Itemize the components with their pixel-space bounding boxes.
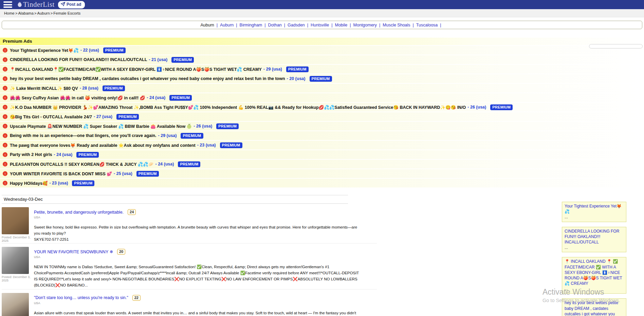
breadcrumb-city[interactable]: Auburn bbox=[37, 11, 50, 15]
site-logo[interactable]: TinderList bbox=[17, 0, 55, 9]
premium-ad-row[interactable]: ↑Happy HOlidays🥰- 23 (usa)PREMIUM bbox=[0, 179, 644, 187]
age-badge: 20 bbox=[117, 249, 125, 255]
premium-ad-row[interactable]: ↑Your Tightest Experience Yet🦊💦- 22 (usa… bbox=[0, 46, 644, 55]
up-arrow-icon: ↑ bbox=[3, 114, 7, 119]
premium-ad-title[interactable]: Being with me is an experience—one that … bbox=[10, 133, 157, 138]
premium-ad-title[interactable]: hey its your best wettes petite baby DRE… bbox=[10, 76, 285, 81]
premium-ad-row[interactable]: ↑PLEASANTON OUTCALLS !! SEXY KOREAN💋 THI… bbox=[0, 160, 644, 169]
premium-ad-row[interactable]: ↑The pawg that everyone loves🦊 Ready and… bbox=[0, 141, 644, 150]
listing-country: USA bbox=[34, 255, 377, 259]
city-separator: | bbox=[440, 23, 441, 27]
premium-badge: PREMIUM bbox=[72, 180, 94, 186]
listing-title-link[interactable]: YOUR NEW FAVORITE SNOWBUNNY ❄ bbox=[34, 249, 113, 254]
breadcrumb-home[interactable]: Home bbox=[4, 11, 15, 15]
premium-ad-title[interactable]: The pawg that everyone loves🦊 Ready and … bbox=[10, 143, 196, 148]
premium-badge: PREMIUM bbox=[220, 142, 242, 148]
premium-ad-age: - 25 (usa) bbox=[114, 171, 132, 176]
premium-ad-row[interactable]: ↑📍INCALL OAKLAND📍✅FACETIME/CAR✅WITH A SE… bbox=[0, 65, 644, 74]
premium-badge: PREMIUM bbox=[169, 95, 192, 101]
sidebar-ad-box[interactable]: CINDERELLA LOOKING FOR FUN!!! OAKLAND!!!… bbox=[562, 227, 626, 253]
premium-ad-row[interactable]: ↑YOUR WINTER FAVORITE IS BACK DONT MISS … bbox=[0, 169, 644, 178]
premium-ad-title[interactable]: CINDERELLA LOOKING FOR FUN!!! OAKLAND!!!… bbox=[10, 57, 147, 62]
date-header: Wednesday-03-Dec bbox=[2, 195, 348, 204]
top-header-bar: TinderList Post ad bbox=[0, 0, 644, 9]
listing-country: USA bbox=[34, 301, 377, 305]
city-link-gadsden[interactable]: Gadsden bbox=[288, 23, 305, 27]
premium-ad-row[interactable]: ↑🌺🌺 Sexy CuRvy Asian 🌺🌺 in call 🍑 visiti… bbox=[0, 93, 644, 102]
city-link-birmingham[interactable]: Birmingham bbox=[240, 23, 262, 27]
up-arrow-icon: ↑ bbox=[3, 57, 7, 62]
listing-row[interactable]: Posted: December 3, 2025 "Don't stare to… bbox=[2, 290, 377, 316]
breadcrumb-separator: > bbox=[51, 11, 53, 15]
post-ad-button[interactable]: Post ad bbox=[58, 1, 85, 8]
premium-ad-title[interactable]: PLEASANTON OUTCALLS !! SEXY KOREAN💋 THIC… bbox=[10, 162, 154, 167]
premium-badge: PREMIUM bbox=[103, 47, 126, 53]
premium-badge: PREMIUM bbox=[490, 104, 513, 110]
premium-ad-title[interactable]: ✨K.O Daa NUMBER 👑 PROVIDER 💃✨💕AMAZING Th… bbox=[10, 105, 466, 110]
sidebar-ad-title[interactable]: Your Tightest Experience Yet🦊 💦 bbox=[565, 203, 624, 214]
premium-ad-row[interactable]: ↑CINDERELLA LOOKING FOR FUN!!! OAKLAND!!… bbox=[0, 55, 644, 64]
premium-ad-row[interactable]: ↑hey its your best wettes petite baby DR… bbox=[0, 74, 644, 83]
listing-thumbnail[interactable] bbox=[2, 207, 29, 234]
premium-ad-row[interactable]: ↑Party with 2 Hot girls- 24 (usa)PREMIUM bbox=[0, 150, 644, 159]
premium-badge: PREMIUM bbox=[178, 161, 200, 167]
premium-ad-title[interactable]: Happy HOlidays🥰 bbox=[10, 181, 48, 186]
city-link-huntsville[interactable]: Huntsville bbox=[311, 23, 329, 27]
sidebar-ad-box[interactable]: Your Tightest Experience Yet🦊 💦 ... bbox=[562, 202, 626, 222]
listing-title-link[interactable]: "Don't stare too long… unless you're rea… bbox=[34, 295, 128, 300]
breadcrumb-state[interactable]: Alabama bbox=[18, 11, 33, 15]
listing-title-link[interactable]: Petite, brunette, and dangerously unforg… bbox=[34, 210, 124, 215]
premium-ad-title[interactable]: 🌺🌺 Sexy CuRvy Asian 🌺🌺 in call 🍑 visitin… bbox=[10, 95, 145, 100]
city-separator: | bbox=[379, 23, 380, 27]
city-link-mobile[interactable]: Mobile bbox=[335, 23, 347, 27]
listing-row[interactable]: Posted: December 3, 2025 YOUR NEW FAVORI… bbox=[2, 243, 377, 289]
listing-phone: SKYE702-577-2251 bbox=[34, 237, 360, 243]
premium-ad-title[interactable]: YOUR WINTER FAVORITE IS BACK DONT MISS 💕 bbox=[10, 171, 112, 176]
premium-ad-title[interactable]: 😘Big Tits Girl - OUTCALL Available 24/7 bbox=[10, 114, 92, 119]
premium-ad-age: - 21 (usa) bbox=[149, 57, 167, 62]
flame-icon bbox=[17, 1, 23, 8]
listing-thumbnail[interactable] bbox=[2, 247, 29, 274]
age-badge: 24 bbox=[128, 209, 136, 215]
premium-ad-row[interactable]: ↑😘Big Tits Girl - OUTCALL Available 24/7… bbox=[0, 112, 644, 121]
premium-ad-title[interactable]: Your Tightest Experience Yet🦊💦 bbox=[10, 48, 79, 53]
premium-ad-title[interactable]: Upscale Playmate 🚨NEW NUMBER 💦 Super Soa… bbox=[10, 124, 192, 129]
city-separator: | bbox=[350, 23, 351, 27]
premium-ad-row[interactable]: ↑Being with me is an experience—one that… bbox=[0, 131, 644, 140]
age-badge: 22 bbox=[132, 295, 141, 301]
city-link-montgomery[interactable]: Montgomery bbox=[353, 23, 377, 27]
sidebar-ad-title[interactable]: 📍 INCALL OAKLAND 📍 ✅ FACETIME/CAR ✅ WITH… bbox=[565, 259, 624, 286]
premium-ad-age: - 26 (usa) bbox=[467, 105, 486, 110]
premium-badge: PREMIUM bbox=[310, 76, 332, 82]
hamburger-menu-icon[interactable] bbox=[3, 1, 12, 8]
breadcrumb-category[interactable]: Female Escorts bbox=[53, 11, 80, 15]
premium-ad-row[interactable]: ↑✨ Lake Merritt INCALL✨ $80 QV- 28 (usa)… bbox=[0, 84, 644, 93]
city-link-tuscaloosa[interactable]: Tuscaloosa bbox=[416, 23, 438, 27]
listing-row[interactable]: Posted: December 3, 2025 Petite, brunett… bbox=[2, 204, 377, 243]
sidebar-ad-title[interactable]: CINDERELLA LOOKING FOR FUN!!! OAKLAND!!!… bbox=[565, 229, 624, 245]
premium-badge: PREMIUM bbox=[103, 85, 125, 91]
sidebar-ad-box[interactable]: 📍 INCALL OAKLAND 📍 ✅ FACETIME/CAR ✅ WITH… bbox=[562, 257, 626, 294]
posted-date: Posted: December 3, 2025 bbox=[2, 275, 34, 282]
premium-ad-title[interactable]: 📍INCALL OAKLAND📍✅FACETIME/CAR✅WITH A SEX… bbox=[10, 67, 262, 72]
premium-badge: PREMIUM bbox=[116, 114, 139, 120]
premium-section-title: Premium Ads bbox=[0, 38, 644, 45]
city-link-muscle-shoals[interactable]: Muscle Shoals bbox=[383, 23, 410, 27]
listing-thumbnail[interactable] bbox=[2, 293, 29, 316]
breadcrumb: Home > Alabama > Auburn > Female Escorts bbox=[0, 9, 644, 17]
premium-ad-age: - 23 (usa) bbox=[49, 181, 68, 185]
sidebar-ad-box[interactable]: hey its your best wettes petite baby DRE… bbox=[562, 298, 626, 316]
city-separator: | bbox=[217, 23, 218, 27]
premium-sidebar: Your Tightest Experience Yet🦊 💦 ... CIND… bbox=[562, 202, 626, 316]
premium-ad-title[interactable]: Party with 2 Hot girls bbox=[10, 152, 52, 157]
city-link-dothan[interactable]: Dothan bbox=[268, 23, 282, 27]
up-arrow-icon: ↑ bbox=[3, 95, 7, 100]
paper-plane-icon bbox=[61, 2, 65, 7]
sidebar-ad-title[interactable]: hey its your best wettes petite baby DRE… bbox=[565, 300, 624, 316]
premium-ad-row[interactable]: ↑Upscale Playmate 🚨NEW NUMBER 💦 Super So… bbox=[0, 122, 644, 131]
premium-badge: PREMIUM bbox=[216, 123, 239, 129]
premium-ad-title[interactable]: ✨ Lake Merritt INCALL✨ $80 QV bbox=[10, 86, 78, 91]
listing-description: Sweet like honey, bold like espresso. Pe… bbox=[34, 225, 357, 235]
premium-ad-row[interactable]: ↑✨K.O Daa NUMBER 👑 PROVIDER 💃✨💕AMAZING T… bbox=[0, 103, 644, 112]
city-link-auburn[interactable]: Auburn bbox=[220, 23, 234, 27]
